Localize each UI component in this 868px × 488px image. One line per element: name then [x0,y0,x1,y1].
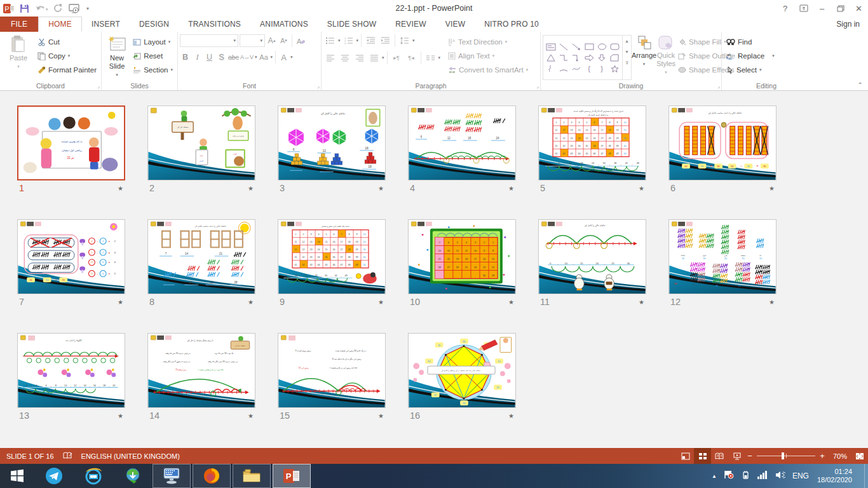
show-desktop-button[interactable] [864,464,868,488]
underline-icon[interactable]: U [204,51,215,64]
shapes-gallery-scroll[interactable]: ▲▼⊽ [623,35,632,80]
copy-button[interactable]: Copy▾ [35,49,99,63]
bullets-icon[interactable] [323,34,337,47]
strikethrough-icon[interactable]: abc [228,51,239,64]
tab-slide-show[interactable]: SLIDE SHOW [318,17,386,32]
input-language[interactable]: ENG [792,471,809,480]
collapse-ribbon-icon[interactable]: ⌃ [858,81,863,88]
spell-check-icon[interactable] [63,452,72,461]
ltr-text-icon[interactable]: ▸¶ [390,51,403,64]
tab-insert[interactable]: INSERT [82,17,130,32]
powerpoint-taskbar-button[interactable]: P [273,464,311,488]
shapes-gallery[interactable]: { } [543,35,623,80]
slide-thumbnail-13[interactable]: الگوها را ادامه بده .2468101214161820–––… [17,333,125,423]
zoom-slider[interactable] [757,448,815,464]
slide-thumbnail-1[interactable]: به نام بهترین دوستریاضی اول دبستانتم 221… [17,105,125,196]
curve-shape-icon[interactable] [570,63,583,74]
telegram-icon[interactable] [34,464,74,488]
select-button[interactable]: Select▾ [724,63,777,77]
paragraph-dialog-launcher[interactable]: ⌟ [536,84,539,89]
rounded-rectangle-shape-icon[interactable] [608,41,621,52]
justify-icon[interactable] [367,51,381,64]
zoom-slider-handle[interactable] [782,452,784,459]
power-icon[interactable] [741,470,750,482]
paste-button[interactable]: Paste▾ [2,33,35,80]
sign-in-link[interactable]: Sign in [836,20,860,29]
taskbar-clock[interactable]: 01:24 18/02/2020 [816,468,857,484]
line-shape-icon[interactable] [557,41,570,52]
increase-indent-icon[interactable] [379,34,392,47]
slide-thumbnail-10[interactable]: 7654321141312111098212019181716152827262… [408,219,516,309]
find-button[interactable]: Find [724,35,777,49]
tab-transitions[interactable]: TRANSITIONS [179,17,250,32]
idm-icon[interactable] [113,464,153,488]
left-brace-shape-icon[interactable]: { [583,63,595,74]
font-dialog-launcher[interactable]: ⌟ [317,84,320,89]
minimize-icon[interactable]: – [813,0,831,17]
arrow-shape-icon[interactable] [570,41,583,52]
slide-thumbnail-5[interactable]: جدول اعداد را با شمارش 6 تا 6 رنگ كن و س… [538,105,646,196]
new-slide-button[interactable]: New Slide▾ [104,33,130,80]
reset-button[interactable]: Reset [130,49,175,63]
triangle-shape-icon[interactable] [545,52,557,63]
tab-design[interactable]: DESIGN [130,17,179,32]
rectangle-shape-icon[interactable] [583,41,595,52]
bold-icon[interactable]: B [180,51,191,64]
character-spacing-icon[interactable]: A↔V [240,51,254,64]
zoom-level[interactable]: 70% [827,452,851,460]
internet-explorer-icon[interactable] [74,464,113,488]
save-icon[interactable] [20,2,29,15]
slide-thumbnail-2[interactable]: مسئله حل كنفرفره و درختمدادقرمزشعر2★ [147,105,255,196]
snip-corner-shape-icon[interactable] [608,52,621,63]
file-explorer-button[interactable] [233,464,271,488]
network-signal-icon[interactable] [757,470,768,482]
start-from-beginning-icon[interactable] [69,2,81,15]
cut-button[interactable]: Cut [35,35,99,49]
line-spacing-icon[interactable] [398,34,411,47]
firefox-button[interactable] [193,464,231,488]
oval-shape-icon[interactable] [595,41,608,52]
font-name-combo[interactable]: ▾ [180,34,238,47]
text-box-icon[interactable] [545,41,557,52]
font-size-combo[interactable]: ▾ [240,34,265,47]
tab-nitro-pro-10[interactable]: NITRO PRO 10 [475,17,548,32]
help-icon[interactable]: ? [776,0,794,17]
slide-thumbnail-11[interactable]: جاهای خالی را كامل كن .01015202530–––––1… [538,219,646,309]
slide-thumbnail-8[interactable]: جاهای خالی را با عدد مناسب كامل كن .7142… [147,219,255,309]
ribbon-display-options-icon[interactable] [794,0,813,17]
elbow-connector-icon[interactable] [557,52,570,63]
tab-view[interactable]: VIEW [436,17,475,32]
arrange-button[interactable]: Arrange▾ [632,33,656,80]
language-indicator[interactable]: ENGLISH (UNITED KINGDOM) [81,452,180,460]
slide-thumbnail-4[interactable]: 61218244★ [408,105,516,196]
columns-icon[interactable] [424,51,437,64]
action-center-icon[interactable] [724,470,734,482]
slide-thumbnail-16[interactable]: 9050102030356070جاهای خالی را با عدد منا… [408,333,516,423]
normal-view-icon[interactable] [677,448,694,464]
convert-to-smartart-button[interactable]: Convert to SmartArt▾ [445,63,531,77]
drawing-dialog-launcher[interactable]: ⌟ [717,84,720,89]
italic-icon[interactable]: I [192,51,203,64]
layout-button[interactable]: Layout▾ [130,35,175,49]
on-screen-keyboard-button[interactable] [153,464,191,488]
scribble-shape-icon[interactable] [545,63,557,74]
slide-thumbnail-7[interactable]: 4–2=25–1=415–6=425–6=230–10–207★ [17,219,125,309]
clipboard-dialog-launcher[interactable]: ⌟ [97,84,100,89]
change-case-icon[interactable]: Aa [259,51,269,64]
right-arrow-shape-icon[interactable] [583,52,595,63]
tab-animations[interactable]: ANIMATIONS [250,17,318,32]
replace-button[interactable]: abacReplace▾ [724,49,777,63]
customize-quick-access-icon[interactable]: ▾ [86,6,89,11]
slide-thumbnail-15[interactable]: در یک كندو 50 زنبور آبی نشسته بودند .5 ز… [278,333,386,423]
fit-slide-to-window-icon[interactable] [851,448,868,464]
zoom-in-icon[interactable]: + [818,451,827,461]
right-brace-shape-icon[interactable]: } [595,63,608,74]
text-shadow-icon[interactable]: S [216,51,227,64]
show-hidden-icons-icon[interactable]: ▲ [712,473,717,479]
align-left-icon[interactable] [323,51,337,64]
slide-thumbnail-6[interactable]: جاهای خالی را با عدد مناسب كامل كن .40–1… [668,105,776,196]
slide-thumbnail-9[interactable]: دسته های هفت تایی بساز و بشمار .12345678… [278,219,386,309]
star-shape-icon[interactable] [608,63,621,74]
tab-review[interactable]: REVIEW [386,17,436,32]
text-direction-button[interactable]: AText Direction▾ [445,35,531,49]
